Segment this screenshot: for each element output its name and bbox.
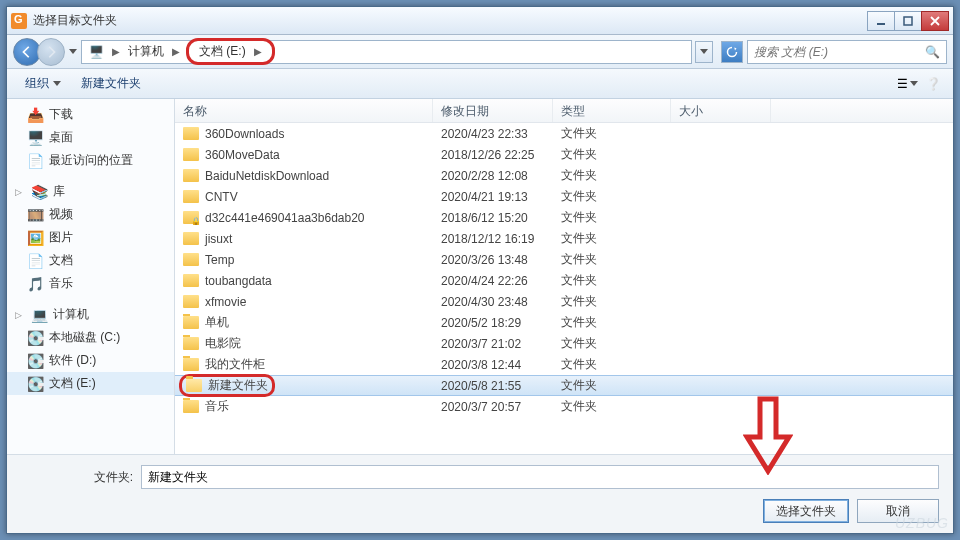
- chevron-right-icon[interactable]: ▶: [250, 46, 266, 57]
- table-row[interactable]: 我的文件柜2020/3/8 12:44文件夹: [175, 354, 953, 375]
- folder-icon: [183, 127, 199, 140]
- file-name: BaiduNetdiskDownload: [205, 169, 329, 183]
- file-type: 文件夹: [553, 272, 671, 289]
- tree-recent[interactable]: 📄最近访问的位置: [7, 149, 174, 172]
- file-name: 音乐: [205, 398, 229, 415]
- file-date: 2020/3/8 12:44: [433, 358, 553, 372]
- library-icon: 📚: [31, 184, 47, 200]
- help-button[interactable]: ❔: [921, 73, 945, 95]
- col-size[interactable]: 大小: [671, 99, 771, 122]
- chevron-right-icon[interactable]: ▶: [108, 46, 124, 57]
- chevron-down-icon: [53, 81, 61, 86]
- tree-desktop[interactable]: 🖥️桌面: [7, 126, 174, 149]
- file-type: 文件夹: [553, 188, 671, 205]
- minimize-button[interactable]: [867, 11, 895, 31]
- computer-icon: 🖥️: [88, 44, 104, 60]
- table-row[interactable]: BaiduNetdiskDownload2020/2/28 12:08文件夹: [175, 165, 953, 186]
- file-type: 文件夹: [553, 398, 671, 415]
- table-row[interactable]: 360Downloads2020/4/23 22:33文件夹: [175, 123, 953, 144]
- footer: 文件夹: 选择文件夹 取消 UZBUG: [7, 454, 953, 533]
- folder-icon: [183, 169, 199, 182]
- table-row[interactable]: d32c441e469041aa3b6dab202018/6/12 15:20文…: [175, 207, 953, 228]
- file-type: 文件夹: [553, 209, 671, 226]
- file-date: 2020/4/30 23:48: [433, 295, 553, 309]
- select-folder-button[interactable]: 选择文件夹: [763, 499, 849, 523]
- table-row[interactable]: 电影院2020/3/7 21:02文件夹: [175, 333, 953, 354]
- folder-icon: [183, 295, 199, 308]
- table-row[interactable]: jisuxt2018/12/12 16:19文件夹: [175, 228, 953, 249]
- history-dropdown-icon[interactable]: [69, 49, 77, 54]
- tree-pictures[interactable]: 🖼️图片: [7, 226, 174, 249]
- search-input[interactable]: 🔍: [747, 40, 947, 64]
- table-row[interactable]: Temp2020/3/26 13:48文件夹: [175, 249, 953, 270]
- search-field[interactable]: [754, 45, 925, 59]
- file-name: 360Downloads: [205, 127, 284, 141]
- tree-downloads[interactable]: 📥下载: [7, 103, 174, 126]
- folder-icon: [183, 211, 199, 224]
- file-name: 电影院: [205, 335, 241, 352]
- breadcrumb-computer[interactable]: 计算机: [124, 41, 168, 62]
- col-name[interactable]: 名称: [175, 99, 433, 122]
- folder-name-input[interactable]: [141, 465, 939, 489]
- column-headers: 名称 修改日期 类型 大小: [175, 99, 953, 123]
- file-name: jisuxt: [205, 232, 232, 246]
- file-rows[interactable]: 360Downloads2020/4/23 22:33文件夹360MoveDat…: [175, 123, 953, 454]
- tree-drive-e[interactable]: 💽文档 (E:): [7, 372, 174, 395]
- col-date[interactable]: 修改日期: [433, 99, 553, 122]
- table-row[interactable]: CNTV2020/4/21 19:13文件夹: [175, 186, 953, 207]
- tree-drive-c[interactable]: 💽本地磁盘 (C:): [7, 326, 174, 349]
- search-icon[interactable]: 🔍: [925, 45, 940, 59]
- file-type: 文件夹: [553, 335, 671, 352]
- recent-icon: 📄: [27, 153, 43, 169]
- table-row[interactable]: 单机2020/5/2 18:29文件夹: [175, 312, 953, 333]
- breadcrumb-drive[interactable]: 文档 (E:): [195, 41, 250, 62]
- table-row[interactable]: toubangdata2020/4/24 22:26文件夹: [175, 270, 953, 291]
- folder-icon: [183, 274, 199, 287]
- app-icon: [11, 13, 27, 29]
- table-row[interactable]: 音乐2020/3/7 20:57文件夹: [175, 396, 953, 417]
- tree-videos[interactable]: 🎞️视频: [7, 203, 174, 226]
- window-title: 选择目标文件夹: [33, 12, 868, 29]
- table-row[interactable]: xfmovie2020/4/30 23:48文件夹: [175, 291, 953, 312]
- tree-music[interactable]: 🎵音乐: [7, 272, 174, 295]
- nav-tree[interactable]: 📥下载 🖥️桌面 📄最近访问的位置 ▷📚库 🎞️视频 🖼️图片 📄文档 🎵音乐 …: [7, 99, 175, 454]
- folder-icon: [183, 253, 199, 266]
- forward-button[interactable]: [37, 38, 65, 66]
- chevron-right-icon[interactable]: ▶: [168, 46, 184, 57]
- new-folder-button[interactable]: 新建文件夹: [71, 71, 151, 96]
- file-date: 2020/4/24 22:26: [433, 274, 553, 288]
- view-menu[interactable]: ☰: [895, 73, 919, 95]
- col-type[interactable]: 类型: [553, 99, 671, 122]
- file-date: 2020/4/23 22:33: [433, 127, 553, 141]
- folder-icon: [183, 400, 199, 413]
- svg-rect-1: [904, 17, 912, 25]
- close-button[interactable]: [921, 11, 949, 31]
- file-date: 2020/5/8 21:55: [433, 379, 553, 393]
- caret-icon[interactable]: ▷: [15, 310, 25, 320]
- caret-icon[interactable]: ▷: [15, 187, 25, 197]
- tree-libraries[interactable]: ▷📚库: [7, 180, 174, 203]
- folder-icon: [183, 316, 199, 329]
- table-row[interactable]: 360MoveData2018/12/26 22:25文件夹: [175, 144, 953, 165]
- folder-icon: [183, 232, 199, 245]
- table-row[interactable]: 新建文件夹2020/5/8 21:55文件夹: [175, 375, 953, 396]
- toolbar: 组织 新建文件夹 ☰ ❔: [7, 69, 953, 99]
- file-type: 文件夹: [553, 230, 671, 247]
- file-type: 文件夹: [553, 251, 671, 268]
- breadcrumb-dropdown[interactable]: [695, 41, 713, 63]
- tree-documents[interactable]: 📄文档: [7, 249, 174, 272]
- folder-icon: [183, 358, 199, 371]
- maximize-button[interactable]: [894, 11, 922, 31]
- drive-icon: 💽: [27, 353, 43, 369]
- drive-icon: 💽: [27, 376, 43, 392]
- file-name: 单机: [205, 314, 229, 331]
- breadcrumb[interactable]: 🖥️ ▶ 计算机 ▶ 文档 (E:) ▶: [81, 40, 692, 64]
- organize-menu[interactable]: 组织: [15, 71, 71, 96]
- file-name: d32c441e469041aa3b6dab20: [205, 211, 365, 225]
- file-type: 文件夹: [553, 293, 671, 310]
- tree-drive-d[interactable]: 💽软件 (D:): [7, 349, 174, 372]
- tree-computer[interactable]: ▷💻计算机: [7, 303, 174, 326]
- file-date: 2020/3/7 20:57: [433, 400, 553, 414]
- refresh-button[interactable]: [721, 41, 743, 63]
- body: 📥下载 🖥️桌面 📄最近访问的位置 ▷📚库 🎞️视频 🖼️图片 📄文档 🎵音乐 …: [7, 99, 953, 454]
